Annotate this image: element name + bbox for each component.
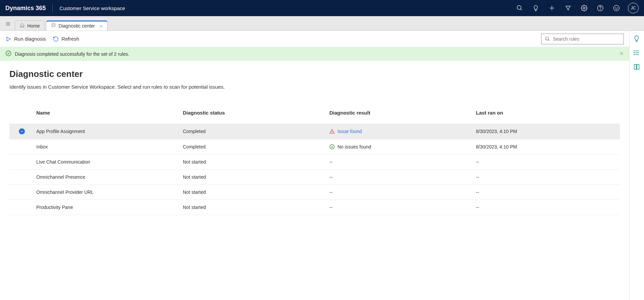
- result-cell[interactable]: Issue found: [327, 124, 473, 139]
- svg-point-4: [583, 7, 585, 9]
- status-cell: Completed: [180, 124, 327, 139]
- table-row[interactable]: Omnichannel Provider URLNot started----: [9, 185, 620, 200]
- home-icon: [20, 23, 25, 29]
- help-icon[interactable]: [593, 1, 608, 15]
- run-diagnosis-button[interactable]: Run diagnosis: [5, 36, 46, 42]
- row-select-cell[interactable]: [9, 124, 34, 139]
- page-title: Diagnostic center: [9, 69, 620, 79]
- tab-active-label: Diagnostic center: [58, 23, 95, 29]
- status-cell: Not started: [180, 170, 327, 184]
- hamburger-icon[interactable]: [3, 18, 13, 29]
- search-icon[interactable]: [512, 1, 527, 15]
- result-cell: No issues found: [327, 139, 473, 154]
- result-column-header[interactable]: Diagnostic result: [327, 105, 473, 120]
- topbar-divider: [52, 4, 53, 12]
- tabbar: Home Diagnostic center: [0, 16, 644, 31]
- svg-point-8: [615, 7, 616, 8]
- result-cell: --: [327, 170, 473, 184]
- refresh-icon: [53, 36, 59, 42]
- name-column-header[interactable]: Name: [34, 105, 180, 120]
- command-bar: Run diagnosis Refresh: [0, 31, 629, 47]
- svg-point-6: [600, 9, 601, 10]
- status-cell: Not started: [180, 185, 327, 200]
- warning-icon: [329, 129, 335, 134]
- main-area: Run diagnosis Refresh Diagnosis complete…: [0, 31, 644, 300]
- notification-close-icon[interactable]: [619, 51, 624, 57]
- book-icon[interactable]: [633, 63, 641, 71]
- svg-point-29: [634, 52, 634, 53]
- topbar-right: JC: [512, 1, 639, 15]
- svg-point-24: [330, 144, 334, 149]
- result-cell: --: [327, 200, 473, 215]
- add-icon[interactable]: [545, 1, 559, 15]
- content: Run diagnosis Refresh Diagnosis complete…: [0, 31, 629, 300]
- topbar-left: Dynamics 365 Customer Service workspace: [5, 4, 125, 12]
- success-icon: [329, 144, 335, 149]
- table-row[interactable]: Omnichannel PresenceNot started----: [9, 170, 620, 185]
- brand[interactable]: Dynamics 365: [5, 5, 52, 12]
- workspace-name[interactable]: Customer Service workspace: [54, 5, 125, 11]
- lastran-column-header[interactable]: Last ran on: [473, 105, 620, 120]
- table-row[interactable]: Productivity PaneNot started----: [9, 200, 620, 215]
- name-cell: App Profile Assignment: [34, 124, 180, 139]
- search-icon: [545, 36, 550, 42]
- tab-diagnostic-center[interactable]: Diagnostic center: [46, 20, 107, 31]
- tab-home[interactable]: Home: [15, 20, 45, 31]
- settings-icon[interactable]: [577, 1, 592, 15]
- topbar: Dynamics 365 Customer Service workspace …: [0, 0, 644, 16]
- close-icon[interactable]: [98, 24, 104, 29]
- page-description: Identify issues in Customer Service Work…: [9, 84, 620, 90]
- row-select-cell[interactable]: [9, 203, 34, 212]
- svg-point-28: [634, 51, 634, 51]
- success-icon: [5, 50, 11, 57]
- run-diagnosis-label: Run diagnosis: [14, 36, 46, 42]
- search-input[interactable]: [553, 36, 620, 42]
- status-column-header[interactable]: Diagnostic status: [180, 105, 327, 120]
- right-rail: [629, 31, 644, 300]
- result-cell: --: [327, 155, 473, 169]
- name-cell: Productivity Pane: [34, 200, 180, 215]
- table-row[interactable]: InboxCompletedNo issues found8/30/2023, …: [9, 139, 620, 155]
- refresh-label: Refresh: [62, 36, 79, 42]
- svg-point-19: [6, 51, 11, 56]
- last-ran-cell: --: [473, 185, 620, 200]
- status-cell: Completed: [180, 139, 327, 154]
- status-cell: Not started: [180, 155, 327, 169]
- row-select-cell[interactable]: [9, 157, 34, 167]
- avatar[interactable]: JC: [628, 3, 639, 13]
- lightbulb-icon[interactable]: [633, 35, 641, 43]
- rules-table: Name Diagnostic status Diagnostic result…: [9, 102, 620, 215]
- svg-point-7: [614, 5, 619, 11]
- page: Diagnostic center Identify issues in Cus…: [0, 61, 629, 223]
- svg-line-1: [521, 9, 522, 10]
- table-row[interactable]: Live Chat CommunicationNot started----: [9, 155, 620, 170]
- status-cell: Not started: [180, 200, 327, 215]
- refresh-button[interactable]: Refresh: [53, 36, 79, 42]
- lightbulb-icon[interactable]: [528, 1, 543, 15]
- notification-bar: Diagnosis completed successfully for the…: [0, 47, 629, 61]
- svg-point-30: [634, 54, 634, 55]
- play-icon: [5, 36, 11, 42]
- row-select-cell[interactable]: [9, 187, 34, 197]
- notification-text: Diagnosis completed successfully for the…: [15, 51, 129, 57]
- row-select-cell[interactable]: [9, 142, 34, 152]
- table-row[interactable]: App Profile AssignmentCompletedIssue fou…: [9, 124, 620, 139]
- tab-home-label: Home: [27, 23, 40, 29]
- result-cell: --: [327, 185, 473, 200]
- last-ran-cell: 8/30/2023, 4:10 PM: [473, 124, 620, 139]
- checkmark-icon: [19, 128, 25, 134]
- svg-marker-16: [7, 37, 11, 41]
- table-body: App Profile AssignmentCompletedIssue fou…: [9, 124, 620, 215]
- search-rules-box[interactable]: [541, 34, 624, 44]
- last-ran-cell: --: [473, 155, 620, 169]
- row-select-cell[interactable]: [9, 172, 34, 182]
- list-icon[interactable]: [633, 49, 641, 57]
- select-column-header: [9, 108, 34, 118]
- svg-line-18: [548, 40, 549, 41]
- filter-icon[interactable]: [561, 1, 575, 15]
- feedback-icon[interactable]: [609, 1, 624, 15]
- name-cell: Inbox: [34, 139, 180, 154]
- last-ran-cell: 8/30/2023, 4:10 PM: [473, 139, 620, 154]
- svg-point-17: [546, 37, 549, 40]
- last-ran-cell: --: [473, 200, 620, 215]
